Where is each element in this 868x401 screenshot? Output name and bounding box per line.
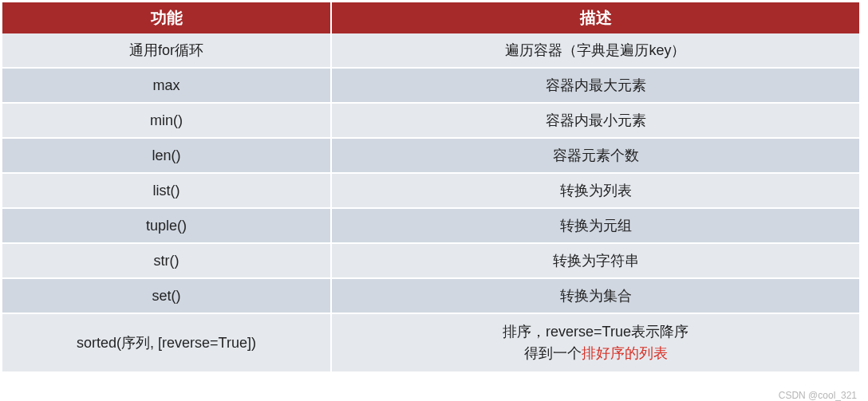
cell-desc: 转换为集合 — [332, 279, 859, 314]
cell-func: len() — [2, 139, 332, 174]
table-row: str() 转换为字符串 — [2, 244, 859, 279]
table-row: max 容器内最大元素 — [2, 69, 859, 104]
header-func: 功能 — [2, 2, 332, 33]
cell-func: max — [2, 69, 332, 104]
table-row: min() 容器内最小元素 — [2, 104, 859, 139]
desc-prefix: 得到一个 — [524, 345, 582, 361]
cell-desc: 转换为元组 — [332, 209, 859, 244]
table-row: len() 容器元素个数 — [2, 139, 859, 174]
cell-desc: 容器内最大元素 — [332, 69, 859, 104]
cell-desc: 转换为列表 — [332, 174, 859, 209]
table-row: 通用for循环 遍历容器（字典是遍历key） — [2, 33, 859, 69]
desc-highlight: 排好序的列表 — [582, 345, 668, 361]
cell-func: tuple() — [2, 209, 332, 244]
table-header-row: 功能 描述 — [2, 2, 859, 33]
cell-desc: 容器元素个数 — [332, 139, 859, 174]
cell-func: list() — [2, 174, 332, 209]
desc-line1: 排序，reverse=True表示降序 — [503, 321, 688, 343]
table-row: list() 转换为列表 — [2, 174, 859, 209]
cell-desc: 排序，reverse=True表示降序 得到一个排好序的列表 — [332, 314, 859, 373]
cell-desc: 遍历容器（字典是遍历key） — [332, 33, 859, 69]
cell-func: set() — [2, 279, 332, 314]
table-row: sorted(序列, [reverse=True]) 排序，reverse=Tr… — [2, 314, 859, 373]
cell-func: min() — [2, 104, 332, 139]
cell-func: 通用for循环 — [2, 33, 332, 69]
cell-desc: 转换为字符串 — [332, 244, 859, 279]
cell-desc: 容器内最小元素 — [332, 104, 859, 139]
cell-func: sorted(序列, [reverse=True]) — [2, 314, 332, 373]
table-row: set() 转换为集合 — [2, 279, 859, 314]
cell-func: str() — [2, 244, 332, 279]
table-row: tuple() 转换为元组 — [2, 209, 859, 244]
desc-line2: 得到一个排好序的列表 — [524, 343, 668, 364]
function-table: 功能 描述 通用for循环 遍历容器（字典是遍历key） max 容器内最大元素… — [2, 2, 859, 373]
header-desc: 描述 — [332, 2, 859, 33]
